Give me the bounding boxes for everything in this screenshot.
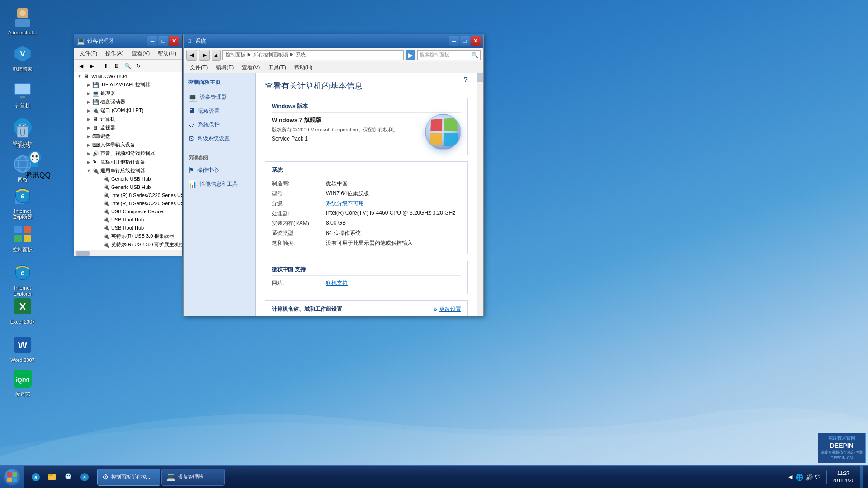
cp-go-btn[interactable]: ▶ <box>406 50 415 60</box>
dm-back-btn[interactable]: ◀ <box>76 61 86 71</box>
cp-website-value[interactable]: 联机支持 <box>326 279 461 287</box>
cp-menu-edit[interactable]: 编辑(E) <box>212 63 237 72</box>
tree-item-port[interactable]: ▶ 🔌 端口 (COM 和 LPT) <box>83 106 182 115</box>
usb-intel30-ctrl[interactable]: 🔌 英特尔(R) USB 3.0 可扩展主机控制器 <box>101 240 182 249</box>
dm-menu-view[interactable]: 查看(V) <box>128 49 153 58</box>
tree-item-hid[interactable]: ▶ ⌨ 人体学输入设备 <box>83 141 182 149</box>
usb-intel30-hub[interactable]: 🔌 英特尔(R) USB 3.0 根集线器 <box>101 232 182 240</box>
cp-menu-view[interactable]: 查看(V) <box>238 63 264 72</box>
cp-back-btn[interactable]: ◀ <box>186 50 197 61</box>
desktop-icon-ie[interactable]: e Internet Explorer <box>5 183 41 222</box>
ql-ie2[interactable]: e <box>77 469 92 486</box>
usb-hub1[interactable]: 🔌 Generic USB Hub <box>101 175 182 183</box>
cp-help-btn[interactable]: ? <box>463 76 468 84</box>
desktop-icon-excel[interactable]: X Excel 2007 <box>5 294 41 327</box>
device-manager-titlebar[interactable]: 💻 设备管理器 ─ □ ✕ <box>74 34 182 48</box>
dm-menu-file[interactable]: 文件(F) <box>76 49 101 58</box>
cp-address-input[interactable]: 控制面板 ▶ 所有控制面板项 ▶ 系统 <box>222 50 404 60</box>
tree-item-mouse[interactable]: ▶ 🖱 鼠标和其他指针设备 <box>83 158 182 166</box>
dm-forward-btn[interactable]: ▶ <box>87 61 97 71</box>
cp-menu-help[interactable]: 帮助(H) <box>291 63 316 72</box>
cp-menu-tools[interactable]: 工具(T) <box>264 63 289 72</box>
tray-expand[interactable]: ◀ <box>788 474 792 480</box>
cp-sidebar-device-mgr[interactable]: 💻 设备管理器 <box>184 90 255 104</box>
svg-text:W: W <box>18 339 28 351</box>
tree-root[interactable]: ▼ 🖥 WINDOW71804 <box>74 72 182 80</box>
desktop-icons-col2: 回收站 <box>5 117 41 150</box>
svg-rect-32 <box>24 226 31 233</box>
dm-up-btn[interactable]: ⬆ <box>101 61 111 71</box>
desktop-icon-administrator[interactable]: Administrat... <box>5 5 41 38</box>
dm-menu-action[interactable]: 操作(A) <box>102 49 127 58</box>
desktop-icon-ie2[interactable]: e Internet Explorer <box>5 260 41 299</box>
cp-sidebar-remote[interactable]: 🖥 远程设置 <box>184 104 255 118</box>
desktop-icon-qq[interactable]: 腾讯QQ <box>25 149 51 180</box>
cp-close[interactable]: ✕ <box>471 36 481 46</box>
device-manager-maximize[interactable]: □ <box>158 36 168 46</box>
cp-title: 系统 <box>195 38 206 45</box>
cp-sidebar-action-center[interactable]: ⚑ 操作中心 <box>184 163 255 177</box>
usb-hub2[interactable]: 🔌 Generic USB Hub <box>101 183 182 191</box>
cp-forward-btn[interactable]: ▶ <box>199 50 210 61</box>
ql-ie[interactable]: e <box>28 469 43 486</box>
usb-intel2[interactable]: 🔌 Intel(R) 8 Series/C220 Series USB EH <box>101 199 182 207</box>
svg-rect-33 <box>14 235 22 242</box>
deepin-line2: DEEPIN <box>821 441 863 450</box>
svg-rect-6 <box>15 84 30 94</box>
tree-item-usb[interactable]: ▼ 🔌 通用串行总线控制器 <box>83 166 182 175</box>
usb-root1[interactable]: 🔌 USB Root Hub <box>101 216 182 224</box>
dm-refresh-btn[interactable]: ↻ <box>133 61 143 71</box>
cp-sidebar-sys-protect[interactable]: 🛡 系统保护 <box>184 118 255 131</box>
cp-rating-value[interactable]: 系统分级不可用 <box>326 200 461 207</box>
cp-search-box[interactable]: 搜索控制面板 🔍 <box>417 50 481 60</box>
cp-change-settings-btn[interactable]: ⚙ 更改设置 <box>433 305 461 313</box>
taskbar-item-dm[interactable]: 💻 设备管理器 <box>161 469 225 486</box>
tree-item-ide[interactable]: ▶ 💾 IDE ATA/ATAPI 控制器 <box>83 80 182 89</box>
ql-files[interactable] <box>44 469 60 486</box>
tree-item-monitor[interactable]: ▶ 🖥 监视器 <box>83 123 182 132</box>
cp-scrollbar[interactable] <box>477 73 483 316</box>
taskbar-item-cp[interactable]: ⚙ 控制面板所有控... <box>97 469 160 486</box>
device-manager-close[interactable]: ✕ <box>169 36 179 46</box>
desktop-icon-computer[interactable]: 计算机 <box>5 78 41 111</box>
cp-sidebar-advanced[interactable]: ⚙ 高级系统设置 <box>184 131 255 145</box>
cp-minimize[interactable]: ─ <box>449 36 459 46</box>
desktop-icon-iqiyi[interactable]: iQIYI 爱奇艺 <box>5 366 41 399</box>
taskbar-items: e e ⚙ 控制面板所有控... 💻 设备管理器 <box>24 466 784 488</box>
start-button[interactable] <box>0 466 24 488</box>
dm-hscrollbar[interactable] <box>74 250 182 256</box>
dm-toolbar-btn1[interactable]: 🖥 <box>112 61 122 71</box>
taskbar-clock[interactable]: 11:27 2018/4/20 <box>832 470 854 484</box>
tree-item-sound[interactable]: ▶ 🔊 声音、视频和游戏控制器 <box>83 149 182 158</box>
cp-up-btn[interactable]: ▲ <box>212 50 221 61</box>
usb-root2[interactable]: 🔌 USB Root Hub <box>101 224 182 232</box>
cp-ram-label: 安装内存(RAM): <box>272 220 326 227</box>
cp-menu-file[interactable]: 文件(F) <box>186 63 211 72</box>
tree-item-cpu[interactable]: ▶ 💻 处理器 <box>83 89 182 98</box>
usb-composite[interactable]: 🔌 USB Composite Device <box>101 207 182 216</box>
device-mgr-sidebar-icon: 💻 <box>188 93 197 102</box>
cp-maximize[interactable]: □ <box>460 36 470 46</box>
tray-shield-icon[interactable]: 🛡 <box>815 474 821 481</box>
device-manager-minimize[interactable]: ─ <box>147 36 157 46</box>
tray-network-icon[interactable]: 🌐 <box>796 474 803 481</box>
desktop-icon-recycle[interactable]: 回收站 <box>5 117 41 150</box>
administrator-label: Administrat... <box>8 30 37 36</box>
dm-toolbar-btn2[interactable]: 🔍 <box>123 61 132 71</box>
desktop-icon-pcmanager[interactable]: V 电脑管家 <box>5 41 41 74</box>
cp-titlebar[interactable]: 🖥 系统 ─ □ ✕ <box>184 34 483 48</box>
cp-sp-value: Service Pack 1 <box>272 136 416 142</box>
tree-item-kbd[interactable]: ▶ ⌨ 键盘 <box>83 132 182 141</box>
ql-qq[interactable] <box>61 469 76 486</box>
tree-item-pc[interactable]: ▶ 🖥 计算机 <box>83 115 182 123</box>
cp-sidebar-perf[interactable]: 📊 性能信息和工具 <box>184 177 255 191</box>
tree-item-disk[interactable]: ▶ 💾 磁盘驱动器 <box>83 98 182 106</box>
taskbar-tray: ◀ 🌐 🔊 🛡 11:27 2018/4/20 <box>784 466 868 488</box>
desktop-icon-word[interactable]: W Word 2007 <box>5 332 41 365</box>
usb-intel1[interactable]: 🔌 Intel(R) 8 Series/C220 Series USB EH <box>101 191 182 199</box>
show-desktop-btn[interactable] <box>860 466 863 488</box>
dm-menu-help[interactable]: 帮助(H) <box>154 49 180 58</box>
deepin-line3: 深度专业版·安全稳定·声誉 <box>821 450 863 455</box>
desktop-icon-cp[interactable]: 控制面板 <box>5 221 41 254</box>
tray-volume-icon[interactable]: 🔊 <box>805 474 813 481</box>
